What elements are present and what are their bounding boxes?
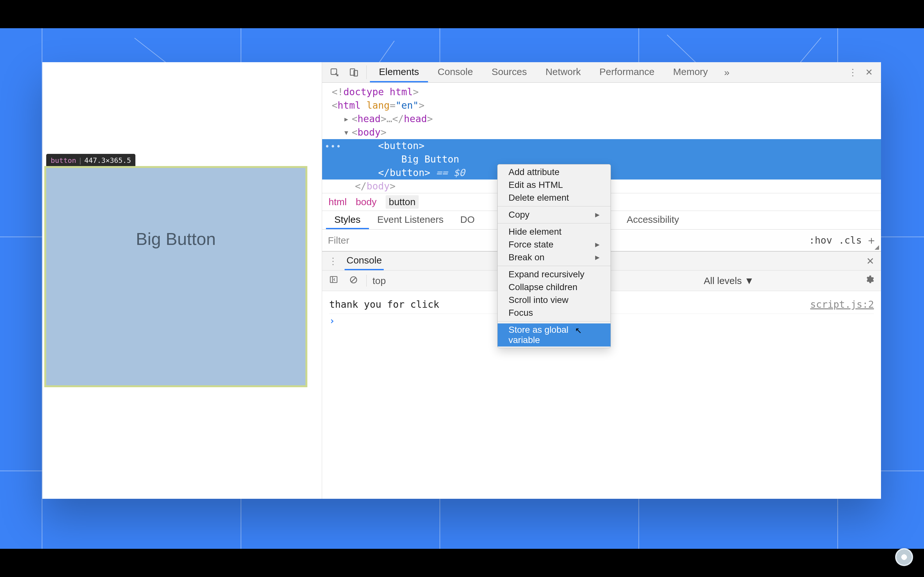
big-button[interactable]: Big Button [44, 166, 307, 387]
subtab-accessibility[interactable]: Accessibility [618, 211, 687, 229]
hov-toggle[interactable]: :hov [809, 235, 832, 246]
kebab-menu-icon[interactable]: ⋮ [845, 62, 861, 82]
ctx-item[interactable]: Collapse children [498, 281, 611, 293]
ctx-item[interactable]: Hide element [498, 226, 611, 238]
ctx-item[interactable]: Scroll into view [498, 293, 611, 306]
console-log-source[interactable]: script.js:2 [810, 298, 874, 311]
crumb-html[interactable]: html [328, 197, 347, 207]
tab-performance[interactable]: Performance [590, 62, 664, 82]
tooltip-tagname: button [51, 156, 76, 164]
ctx-item[interactable]: Force state [498, 238, 611, 251]
device-toolbar-icon[interactable] [344, 62, 363, 82]
tab-memory[interactable]: Memory [664, 62, 717, 82]
ctx-item[interactable]: Delete element [498, 191, 611, 204]
element-context-menu[interactable]: Add attributeEdit as HTMLDelete elementC… [497, 164, 611, 348]
filter-input[interactable]: Filter [328, 235, 349, 246]
console-log-text: thank you for click [329, 298, 439, 311]
page-preview-pane: button|447.3×365.5 Big Button [42, 62, 322, 499]
ctx-item[interactable]: Add attribute [498, 166, 611, 179]
cls-toggle[interactable]: .cls [838, 235, 862, 246]
crumb-body[interactable]: body [356, 197, 376, 207]
drawer-tab-console[interactable]: Console [344, 251, 384, 270]
crumb-button[interactable]: button [386, 195, 419, 209]
console-levels-selector[interactable]: All levels ▼ [704, 276, 754, 286]
ctx-item[interactable]: Break on [498, 251, 611, 264]
ctx-item[interactable]: Focus [498, 306, 611, 319]
tab-network[interactable]: Network [536, 62, 590, 82]
subtab-dom-breakpoints[interactable]: DOM… [452, 211, 474, 229]
subtab-event-listeners[interactable]: Event Listeners [369, 211, 452, 229]
more-tabs-icon[interactable]: » [717, 62, 736, 82]
devtools-tabbar: Elements Console Sources Network Perform… [322, 62, 881, 83]
ctx-item[interactable]: Edit as HTML [498, 179, 611, 191]
demo-window: button|447.3×365.5 Big Button Elements C… [42, 62, 881, 499]
tab-console[interactable]: Console [429, 62, 482, 82]
ctx-item[interactable]: Expand recursively [498, 268, 611, 281]
subtab-styles[interactable]: Styles [326, 211, 369, 229]
new-style-rule-icon[interactable]: ＋ [865, 233, 878, 248]
ctx-item[interactable]: Copy [498, 208, 611, 221]
close-devtools-icon[interactable]: ✕ [861, 62, 877, 82]
mouse-cursor-icon: ↖ [575, 326, 582, 335]
chrome-logo-icon [895, 548, 913, 566]
inspect-tooltip: button|447.3×365.5 [46, 154, 136, 167]
console-sidebar-toggle-icon[interactable] [326, 275, 341, 286]
ctx-item[interactable]: Store as global variable [498, 324, 611, 347]
tooltip-dimensions: 447.3×365.5 [84, 156, 131, 164]
console-context-selector[interactable]: top [373, 276, 386, 286]
inspect-element-icon[interactable] [325, 62, 344, 82]
console-settings-icon[interactable] [863, 275, 877, 287]
clear-console-icon[interactable] [347, 276, 360, 286]
drawer-close-icon[interactable]: ✕ [864, 255, 877, 267]
tab-sources[interactable]: Sources [483, 62, 536, 82]
drawer-kebab-icon[interactable]: ⋮ [326, 256, 339, 266]
tab-elements[interactable]: Elements [370, 62, 428, 82]
